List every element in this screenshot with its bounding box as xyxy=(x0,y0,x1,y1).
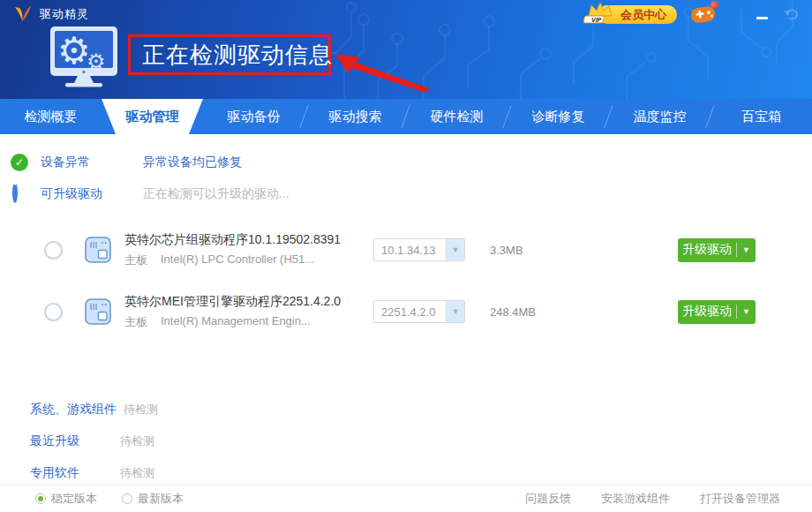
vip-crown-icon: VIP xyxy=(583,2,615,25)
pending-label: 专用软件 xyxy=(30,465,113,481)
tab-driver-backup[interactable]: 驱动备份 xyxy=(203,99,304,134)
latest-version-radio[interactable]: 最新版本 xyxy=(117,491,184,507)
banner-highlight-box: 正在检测驱动信息 xyxy=(128,34,331,75)
app-header: 驱动精灵 VIP 会员中心 xyxy=(0,0,812,99)
driver-device: Intel(R) LPC Controller (H51... xyxy=(161,252,314,268)
tab-detection-summary[interactable]: 检测概要 xyxy=(0,99,102,134)
tab-driver-management[interactable]: 驱动管理 xyxy=(102,99,203,134)
driver-select-radio[interactable] xyxy=(44,303,63,321)
driver-row-intel-chipset: 英特尔芯片组驱动程序10.1.19502.8391 主板 Intel(R) LP… xyxy=(0,219,812,281)
titlebar: 驱动精灵 VIP 会员中心 xyxy=(0,0,812,28)
version-dropdown[interactable]: 10.1.34.13 ▼ xyxy=(373,238,465,261)
tab-temperature-monitor[interactable]: 温度监控 xyxy=(609,99,710,134)
upgrade-button-label: 升级驱动 xyxy=(678,242,736,258)
pending-row-system-game-components: 系统、游戏组件 待检测 xyxy=(0,394,812,425)
app-logo: 驱动精灵 xyxy=(12,4,89,24)
status-row-device-abnormal: ✓ 设备异常 异常设备均已修复 xyxy=(0,147,812,178)
feedback-link[interactable]: 问题反馈 xyxy=(525,491,571,507)
version-value: 10.1.34.13 xyxy=(374,244,446,257)
undo-icon[interactable] xyxy=(784,8,800,21)
notification-dot xyxy=(710,1,718,9)
tab-hardware-detection[interactable]: 硬件检测 xyxy=(406,99,508,134)
driver-title: 英特尔MEI管理引擎驱动程序2251.4.2.0 xyxy=(124,293,373,310)
chipset-device-icon xyxy=(84,297,112,326)
minimize-icon[interactable] xyxy=(756,9,768,19)
check-circle-icon: ✓ xyxy=(11,154,28,171)
chevron-down-icon[interactable]: ▼ xyxy=(737,307,756,316)
chevron-down-icon[interactable]: ▼ xyxy=(737,245,756,254)
pending-status: 待检测 xyxy=(120,433,154,449)
version-value: 2251.4.2.0 xyxy=(374,305,446,319)
footer-bar: 稳定版本 最新版本 问题反馈 安装游戏组件 打开设备管理器 xyxy=(0,484,812,512)
spinner-icon xyxy=(12,183,18,203)
driver-row-intel-mei: 英特尔MEI管理引擎驱动程序2251.4.2.0 主板 Intel(R) Man… xyxy=(0,281,812,343)
radio-label: 最新版本 xyxy=(138,491,184,507)
tab-driver-search[interactable]: 驱动搜索 xyxy=(304,99,406,134)
pending-row-recent-upgrades: 最近升级 待检测 xyxy=(0,425,812,457)
driver-select-radio[interactable] xyxy=(44,241,63,260)
install-game-components-link[interactable]: 安装游戏组件 xyxy=(601,491,670,507)
svg-text:⚙: ⚙ xyxy=(57,29,91,72)
pending-section-list: 系统、游戏组件 待检测 最近升级 待检测 专用软件 待检测 xyxy=(0,394,812,489)
stable-version-radio[interactable]: 稳定版本 xyxy=(30,491,97,507)
driver-category: 主板 xyxy=(124,252,147,268)
driver-list: 英特尔芯片组驱动程序10.1.19502.8391 主板 Intel(R) LP… xyxy=(0,219,812,343)
open-device-manager-link[interactable]: 打开设备管理器 xyxy=(700,491,780,507)
driver-title: 英特尔芯片组驱动程序10.1.19502.8391 xyxy=(124,231,373,248)
radio-label: 稳定版本 xyxy=(51,491,97,507)
driver-device: Intel(R) Management Engin... xyxy=(161,314,311,330)
svg-text:⚙: ⚙ xyxy=(86,49,106,74)
tab-toolbox[interactable]: 百宝箱 xyxy=(710,99,812,134)
upgrade-driver-button[interactable]: 升级驱动 ▼ xyxy=(678,238,756,262)
banner-text: 正在检测驱动信息 xyxy=(142,40,333,71)
main-tabbar: 检测概要 驱动管理 驱动备份 驱动搜索 硬件检测 诊断修复 温度监控 百宝箱 xyxy=(0,99,812,134)
annotation-arrow xyxy=(334,49,432,95)
status-label: 可升级驱动 xyxy=(41,186,117,202)
vip-text: VIP xyxy=(591,17,602,23)
driver-category: 主板 xyxy=(124,314,147,330)
driver-size: 3.3MB xyxy=(490,244,569,257)
menu-icon[interactable] xyxy=(730,9,744,19)
chevron-down-icon[interactable]: ▼ xyxy=(446,301,464,322)
chipset-device-icon xyxy=(84,236,112,264)
pending-status: 待检测 xyxy=(120,465,154,481)
detecting-monitor-icon: ⚙ ⚙ xyxy=(46,25,125,88)
upgrade-button-label: 升级驱动 xyxy=(678,304,736,320)
radio-unselected-icon xyxy=(122,493,132,504)
main-content: ✓ 设备异常 异常设备均已修复 可升级驱动 正在检测可以升级的驱动... 英特尔… xyxy=(0,134,812,484)
upgrade-driver-button[interactable]: 升级驱动 ▼ xyxy=(678,300,756,324)
status-row-upgradable-drivers: 可升级驱动 正在检测可以升级的驱动... xyxy=(0,178,812,210)
status-detail: 正在检测可以升级的驱动... xyxy=(143,186,289,202)
radio-selected-icon xyxy=(35,493,46,504)
tab-diagnostic-repair[interactable]: 诊断修复 xyxy=(508,99,609,134)
driver-size: 248.4MB xyxy=(490,305,569,319)
status-detail: 异常设备均已修复 xyxy=(143,154,242,170)
status-list: ✓ 设备异常 异常设备均已修复 可升级驱动 正在检测可以升级的驱动... xyxy=(0,134,812,210)
app-title: 驱动精灵 xyxy=(40,6,89,22)
gamepad-icon[interactable] xyxy=(689,3,718,26)
vip-member-center-button[interactable]: VIP 会员中心 xyxy=(583,4,677,24)
logo-icon xyxy=(12,4,34,24)
pending-label: 系统、游戏组件 xyxy=(30,402,117,418)
pending-status: 待检测 xyxy=(124,402,158,418)
chevron-down-icon[interactable]: ▼ xyxy=(446,239,464,260)
status-label: 设备异常 xyxy=(41,154,117,170)
version-dropdown[interactable]: 2251.4.2.0 ▼ xyxy=(373,300,465,323)
pending-label: 最近升级 xyxy=(30,433,113,449)
